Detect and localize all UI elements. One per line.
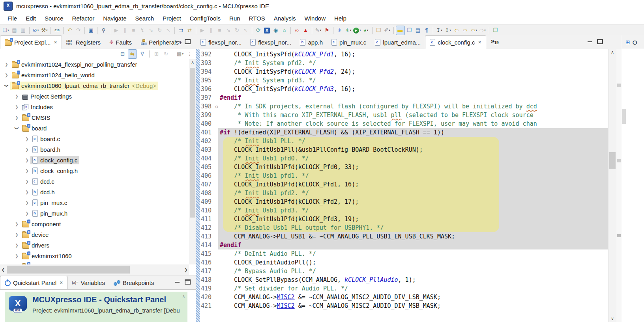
link-web-button[interactable]: ∞	[293, 26, 301, 35]
expand-arrow-icon[interactable]: ❯	[24, 158, 30, 162]
editor-tab-flexspi-nor[interactable]: flexspi_nor...	[196, 35, 246, 49]
menu-edit[interactable]: Edit	[21, 13, 40, 23]
editor-tab-lpuart-edma[interactable]: lpuart_edma...	[371, 35, 425, 49]
edit-pencil-button[interactable]: ✐▾	[383, 26, 391, 35]
tree-item-board-h[interactable]: ❯board.h	[0, 144, 189, 155]
tree-item-board[interactable]: ❯board	[0, 123, 189, 134]
expand-arrow-icon[interactable]: ❯	[24, 169, 30, 173]
scroll-up-icon[interactable]: ∧	[608, 50, 616, 55]
menu-search[interactable]: Search	[131, 13, 158, 23]
editor-vertical-scrollbar[interactable]: ∧ ∨	[608, 49, 616, 322]
annotation-marker[interactable]	[617, 84, 621, 87]
scrollbar-thumb[interactable]	[7, 266, 130, 274]
code-line[interactable]: 403 CLOCK_InitUsb1Pll(&usb1PllConfig_BOA…	[200, 145, 608, 154]
step-return-button[interactable]: ↖	[164, 26, 172, 35]
suspend-all-button[interactable]: ∥	[207, 26, 215, 35]
editor-tab-pin-mux-c[interactable]: pin_mux.c	[327, 35, 371, 49]
terminate-all-button[interactable]: ■	[215, 26, 224, 35]
tree-item-clock-config-h[interactable]: ❯clock_config.h	[0, 166, 189, 176]
scroll-right-icon[interactable]: ❯	[183, 267, 189, 272]
explorer-tab-faults[interactable]: ❉Faults	[105, 35, 136, 49]
filter-button[interactable]: ∇	[138, 50, 146, 58]
explorer-tab-project-expl[interactable]: Project Expl...×	[0, 35, 62, 49]
close-icon[interactable]: ×	[478, 39, 481, 45]
tree-item-project-settings[interactable]: ❯Project Settings	[0, 91, 189, 102]
panel-scroll-icon[interactable]: ∧	[182, 294, 185, 298]
expand-arrow-icon[interactable]: ❯	[13, 233, 20, 237]
scroll-left-icon[interactable]: ❮	[0, 267, 6, 272]
tree-item-board-c[interactable]: ❯board.c	[0, 134, 189, 144]
code-line[interactable]: 409 CLOCK_InitUsb1Pfd(kCLOCK_Pfd2, 17);	[200, 197, 608, 206]
tree-item-pin-mux-c[interactable]: ❯pin_mux.c	[0, 197, 189, 208]
code-line[interactable]: 419 /* Set divider for Audio PLL. */	[200, 284, 608, 293]
highlighter-button[interactable]: ▬	[396, 26, 405, 35]
code-line[interactable]: 416 CLOCK_DeinitAudioPll();	[200, 258, 608, 267]
tree-horizontal-scrollbar[interactable]: ❮ ❯	[0, 264, 189, 275]
code-content[interactable]: 392 CLOCK_InitSysPfd(kCLOCK_Pfd1, 16);39…	[200, 49, 608, 322]
step-into-all-button[interactable]: ↘	[224, 26, 232, 35]
step-marker-button[interactable]: ↯	[138, 26, 146, 35]
terminate-button[interactable]: ■	[129, 26, 138, 35]
bottom-tab-breakpoints[interactable]: Breakpoints	[109, 276, 158, 289]
tree-item-evkmimxrt1060-lpuart-edma-rb-transfer[interactable]: ❯evkmimxrt1060_lpuart_edma_rb_transfer<D…	[0, 80, 189, 91]
binaries-button[interactable]: 010	[53, 26, 61, 35]
tree-item-includes[interactable]: ❯Includes	[0, 102, 189, 112]
home-button[interactable]: ⌂	[280, 26, 288, 35]
tree-item-cmsis[interactable]: ❯CMSIS	[0, 112, 189, 123]
expand-arrow-icon[interactable]: ❯	[13, 254, 20, 258]
code-line[interactable]: 415 /* DeInit Audio PLL. */	[200, 249, 608, 258]
explorer-tab-registers[interactable]: Registers	[62, 35, 105, 49]
expand-arrow-icon[interactable]: ❯	[13, 222, 20, 226]
menu-rtos[interactable]: RTOS	[245, 13, 270, 23]
mcuxpresso-button[interactable]: X	[263, 26, 271, 35]
step-over-all-button[interactable]: ↻	[233, 26, 241, 35]
code-line[interactable]: 402 /* Init Usb1 PLL. */	[200, 137, 608, 145]
resume-all-button[interactable]: ▶	[198, 26, 206, 35]
code-line[interactable]: 400 * Note: If another clock source is s…	[200, 119, 608, 128]
annotations-button[interactable]: ✎▾	[314, 26, 322, 35]
code-line[interactable]: 411 CLOCK_InitUsb1Pfd(kCLOCK_Pfd3, 19);	[200, 215, 608, 223]
tree-item-clock-config-c[interactable]: ❯clock_config.c	[0, 155, 189, 166]
last-edit-location-button[interactable]: ⇦	[453, 26, 461, 35]
code-line[interactable]: 413 CCM_ANALOG->PLL_USB1 &= ~CCM_ANALOG_…	[200, 232, 608, 241]
resume-button[interactable]: ▶	[112, 26, 120, 35]
minimize-icon[interactable]	[588, 41, 592, 42]
menu-refactor[interactable]: Refactor	[68, 13, 99, 23]
refresh-button[interactable]: ↻	[162, 50, 170, 58]
show-disassembly-button[interactable]: ⇄	[185, 26, 194, 35]
previous-annotation-button[interactable]: ↥▾	[444, 26, 452, 35]
build-button[interactable]: ⚒▾	[40, 26, 49, 35]
open-config-button[interactable]: ❒	[374, 26, 383, 35]
scroll-down-icon[interactable]: ∨	[608, 316, 616, 321]
more-button[interactable]: ⁝	[185, 50, 194, 58]
tree-item-evkmimxrt1024-flexspi-nor-polling-transfer[interactable]: ❯evkmimxrt1024_flexspi_nor_polling_trans…	[0, 59, 189, 70]
expand-arrow-icon[interactable]: ❯	[24, 179, 30, 184]
debug-button[interactable]: ✳▾	[344, 26, 352, 35]
scroll-up-icon[interactable]: ∧	[189, 60, 196, 65]
focus-on-active-task-button[interactable]: ⊞	[152, 50, 161, 58]
fold-collapse-icon[interactable]: ⊖	[213, 102, 220, 111]
bottom-tab-quickstart-panel[interactable]: Quickstart Panel×	[0, 276, 67, 289]
close-icon[interactable]: ×	[54, 39, 57, 45]
code-line[interactable]: 421 CCM_ANALOG->MISC2 &= ~CCM_ANALOG_MIS…	[200, 302, 608, 310]
suspend-button[interactable]: ∥	[121, 26, 129, 35]
debug-new-button[interactable]: ✳	[335, 26, 344, 35]
bottom-tab-variables[interactable]: (x)=Variables	[67, 276, 109, 289]
menu-navigate[interactable]: Navigate	[99, 13, 131, 23]
step-return-all-button[interactable]: ↖	[242, 26, 250, 35]
next-annotation-button[interactable]: ↧▾	[435, 26, 444, 35]
code-line[interactable]: 406 /* Init Usb1 pfd1. */	[200, 171, 608, 180]
undo-button[interactable]: ↶	[66, 26, 74, 35]
tree-item-device[interactable]: ❯device	[0, 229, 189, 240]
redo-button[interactable]: ↷	[74, 26, 82, 35]
open-new-window-button[interactable]: ❐	[491, 26, 500, 35]
scrollbar-thumb[interactable]	[609, 152, 616, 169]
profile-button[interactable]: ◕▾	[362, 26, 370, 35]
annotation-doc-button[interactable]: ❐	[405, 26, 414, 35]
forward-button[interactable]: ⇨▾	[479, 26, 487, 35]
code-line[interactable]: 418 CLOCK_SetPllBypass(CCM_ANALOG, kCLOC…	[200, 275, 608, 284]
code-line[interactable]: 404 /* Init Usb1 pfd0. */	[200, 154, 608, 163]
code-line[interactable]: 397#endif	[200, 93, 608, 102]
menu-run[interactable]: Run	[225, 13, 245, 23]
code-line[interactable]: 401#if !(defined(XIP_EXTERNAL_FLASH) && …	[200, 128, 608, 137]
